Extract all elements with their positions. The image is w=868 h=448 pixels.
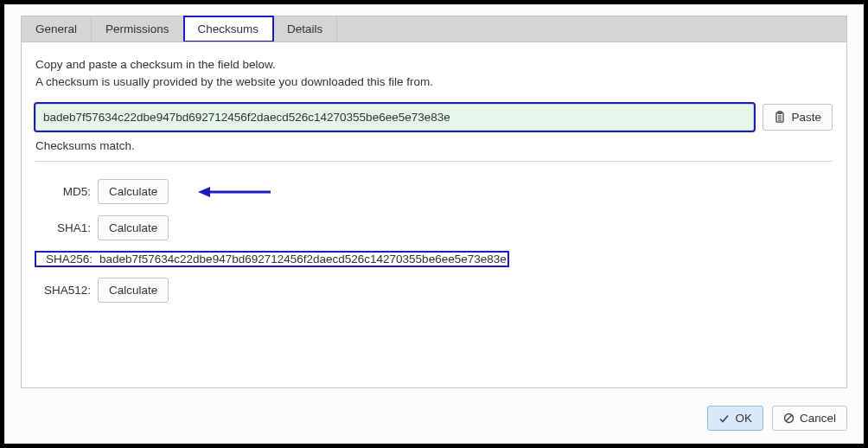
ok-button[interactable]: OK <box>707 406 763 431</box>
sha1-row: SHA1: Calculate <box>35 210 833 246</box>
clipboard-icon <box>774 111 786 124</box>
properties-dialog: General Permissions Checksums Details Co… <box>4 4 864 444</box>
annotation-arrow <box>196 184 272 200</box>
tab-general[interactable]: General <box>22 16 92 42</box>
description: Copy and paste a checksum in the field b… <box>35 56 833 92</box>
svg-line-8 <box>786 415 792 421</box>
paste-button[interactable]: Paste <box>763 104 833 131</box>
tab-permissions[interactable]: Permissions <box>92 16 184 42</box>
tab-details[interactable]: Details <box>273 16 337 42</box>
sha1-label: SHA1: <box>35 221 98 234</box>
cancel-button[interactable]: Cancel <box>772 406 847 431</box>
checksum-input[interactable] <box>35 104 754 131</box>
sha512-label: SHA512: <box>35 284 98 297</box>
md5-row: MD5: Calculate <box>35 174 833 210</box>
sha512-calculate-button[interactable]: Calculate <box>98 278 169 303</box>
ok-button-label: OK <box>735 412 752 425</box>
sha256-row: SHA256: badeb7f57634c22dbe947bd692712456… <box>35 246 833 272</box>
description-line2: A checksum is usually provided by the we… <box>35 74 833 91</box>
dialog-footer: OK Cancel <box>5 397 863 443</box>
md5-label: MD5: <box>35 185 98 198</box>
checksums-panel: Copy and paste a checksum in the field b… <box>21 42 847 388</box>
description-line1: Copy and paste a checksum in the field b… <box>35 56 833 74</box>
svg-marker-6 <box>198 187 210 197</box>
cancel-button-label: Cancel <box>800 412 836 425</box>
sha256-label: SHA256: <box>37 253 99 266</box>
tab-bar: General Permissions Checksums Details <box>21 16 847 42</box>
cancel-icon <box>783 413 795 424</box>
sha512-row: SHA512: Calculate <box>35 272 833 309</box>
match-status: Checksums match. <box>35 139 833 162</box>
paste-button-label: Paste <box>791 111 821 124</box>
sha1-calculate-button[interactable]: Calculate <box>98 215 169 240</box>
md5-calculate-button[interactable]: Calculate <box>98 179 169 204</box>
check-icon <box>718 413 730 424</box>
sha256-value: badeb7f57634c22dbe947bd692712456f2daecd5… <box>99 253 507 266</box>
tab-checksums[interactable]: Checksums <box>184 16 274 42</box>
